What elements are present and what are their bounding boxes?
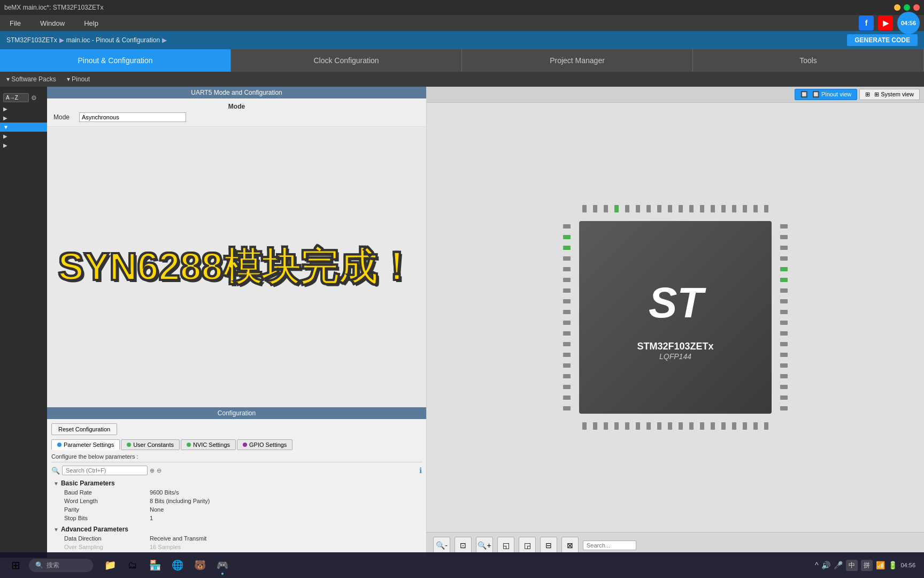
chip-name: STM32F103ZETx [637,341,713,352]
tab-tools[interactable]: Tools [693,49,924,72]
tab-pinout-config[interactable]: Pinout & Configuration [0,49,231,72]
ime-chinese[interactable]: 中 [846,560,858,571]
tab-nvic-settings[interactable]: NVIC Settings [181,439,236,450]
grid-button[interactable]: ⊟ [540,537,557,554]
ime-pinyin[interactable]: 拼 [861,560,873,571]
taskbar-app-explorer[interactable]: 📁 [99,554,121,576]
taskbar-app-store[interactable]: 🏪 [144,554,166,576]
pin-left-1 [563,224,571,229]
youtube-icon[interactable]: ▶ [878,16,893,31]
title-bar: beMX main.ioc*: STM32F103ZETx [0,0,924,15]
pinout-view-button[interactable]: 🔲 🔲 Pinout view [795,89,857,100]
zoom-search-input[interactable] [583,541,636,550]
start-button[interactable]: ⊞ [4,554,27,576]
param-search-input[interactable] [62,466,148,475]
tab-user-constants[interactable]: User Constants [121,439,180,450]
pin-top-15 [732,205,736,212]
wifi-icon[interactable]: 📶 [876,561,885,569]
pan-button[interactable]: ◲ [519,537,536,554]
close-button[interactable] [913,4,920,11]
chevron-up-icon[interactable]: ^ [815,561,819,569]
param-row-datadir: Data Direction Receive and Transmit [53,534,420,543]
app-title: beMX main.ioc*: STM32F103ZETx [4,4,103,11]
pin-left-9 [563,310,571,314]
top-nav: Pinout & Configuration Clock Configurati… [0,49,924,72]
pin-top-6 [636,205,640,212]
pin-left-14 [563,363,571,368]
basic-params-header[interactable]: ▼ Basic Parameters [53,478,420,488]
pin-bot-15 [732,422,736,430]
cube-icon: 🎮 [217,559,228,571]
facebook-icon[interactable]: f [859,16,874,31]
pin-left-12 [563,342,571,346]
fit-button[interactable]: ⊡ [455,537,472,554]
pin-row-top [579,205,772,212]
pin-row-left [563,221,571,414]
pin-left-17 [563,396,571,400]
sidebar-item-label: ▼ [3,124,9,130]
system-view-button[interactable]: ⊞ ⊞ System view [859,89,920,100]
chip-package: LQFP144 [659,352,691,361]
taskbar-app-cube[interactable]: 🎮 [212,554,233,576]
reset-config-button[interactable]: Reset Configuration [51,423,117,435]
sidebar-group-3[interactable]: ▼ [0,123,47,132]
taskbar-app-app1[interactable]: 🐻 [189,554,211,576]
sidebar-gear-icon[interactable]: ⚙ [31,94,37,102]
subnav-software-packs[interactable]: ▾ Software Packs [6,75,56,83]
battery-icon[interactable]: 🔋 [888,561,897,569]
param-search-collapse-icon[interactable]: ⊖ [157,467,161,474]
search-magnifier-icon: 🔍 [51,467,60,475]
breadcrumb-item-1[interactable]: main.ioc - Pinout & Configuration [66,36,160,44]
mic-icon[interactable]: 🎤 [834,561,843,569]
mode-select[interactable]: Asynchronous [79,112,186,122]
svg-text:ST: ST [649,279,706,326]
menu-help[interactable]: Help [74,15,108,31]
sidebar-group-5[interactable]: ▶ [0,141,47,150]
pin-left-13 [563,353,571,357]
tab-gpio-settings[interactable]: GPIO Settings [237,439,292,450]
pin-right-6 [780,278,788,282]
minimize-button[interactable] [894,4,900,11]
zoom-in-button[interactable]: 🔍+ [476,537,493,554]
taskbar-search[interactable]: 🔍 搜索 [29,559,93,572]
pin-left-5 [563,267,571,271]
volume-icon[interactable]: 🔊 [821,561,830,569]
taskbar-app-files[interactable]: 🗂 [122,554,143,576]
pin-bot-11 [689,422,694,430]
sidebar-item-label: ▶ [3,133,7,139]
subnav-pinout[interactable]: ▾ Pinout [67,75,90,83]
files-icon: 🗂 [128,560,137,571]
tab-clock-config[interactable]: Clock Configuration [231,49,462,72]
breadcrumb-item-0[interactable]: STM32F103ZETx [6,36,57,44]
layout-button[interactable]: ⊠ [561,537,579,554]
maximize-button[interactable] [904,4,910,11]
menu-file[interactable]: File [0,15,30,31]
select-button[interactable]: ◱ [497,537,514,554]
tab-parameter-settings[interactable]: Parameter Settings [51,439,120,450]
advanced-params-header[interactable]: ▼ Advanced Parameters [53,524,420,534]
param-search-expand-icon[interactable]: ⊕ [150,467,155,474]
pin-left-10 [563,321,571,325]
menu-window[interactable]: Window [30,15,74,31]
pin-top-3 [604,205,608,212]
sidebar-group-2[interactable]: ▶ [0,113,47,123]
explorer-icon: 📁 [104,559,116,571]
tab-dot-green-2 [187,443,191,447]
sidebar-item-label: ▶ [3,142,7,148]
pin-bot-6 [636,422,640,430]
sub-nav: ▾ Software Packs ▾ Pinout [0,72,924,87]
zoom-out-button[interactable]: 🔍- [433,537,450,554]
advanced-params-group: ▼ Advanced Parameters Data Direction Rec… [53,524,420,551]
tab-dot-purple [243,443,247,447]
pinout-view-icon: 🔲 [800,91,808,98]
taskbar-app-browser[interactable]: 🌐 [167,554,188,576]
param-info-icon[interactable]: ℹ [419,466,422,475]
sidebar-group-4[interactable]: ▶ [0,132,47,141]
chip-logo: ST [643,275,707,336]
app1-icon: 🐻 [194,559,206,571]
tab-project-manager[interactable]: Project Manager [462,49,693,72]
sidebar-search-input[interactable] [3,93,29,102]
generate-code-button[interactable]: GENERATE CODE [847,34,918,46]
param-row-stopbits: Stop Bits 1 [53,514,420,522]
sidebar-group-1[interactable]: ▶ [0,104,47,113]
